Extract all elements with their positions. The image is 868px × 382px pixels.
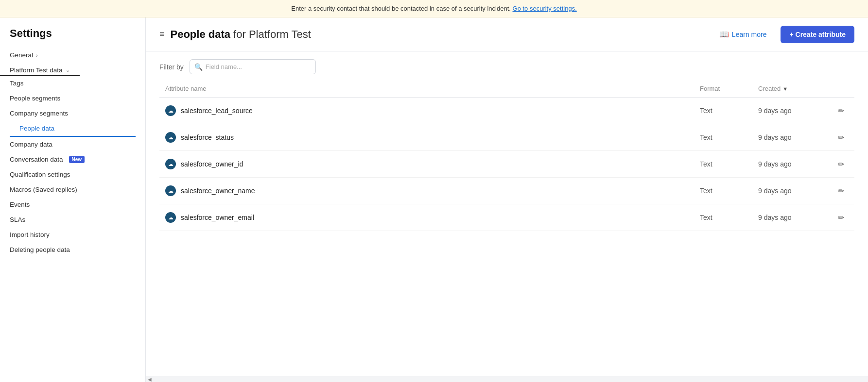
edit-icon[interactable]: ✏ <box>836 212 846 224</box>
table-row: ☁ salesforce_lead_source Text 9 days ago… <box>159 98 854 124</box>
sidebar-item-events-label: Events <box>10 201 30 208</box>
sidebar-item-platform-test-label: Platform Test data <box>10 66 63 74</box>
col-created[interactable]: Created ▼ <box>752 80 830 98</box>
table-row: ☁ salesforce_owner_id Text 9 days ago ✏ <box>159 151 854 178</box>
attr-actions: ✏ <box>830 204 854 231</box>
sidebar-item-macros[interactable]: Macros (Saved replies) <box>0 182 145 197</box>
attr-name-cell: ☁ salesforce_lead_source <box>159 98 694 124</box>
sidebar-item-slas-label: SLAs <box>10 216 25 223</box>
horizontal-scrollbar[interactable]: ◀ <box>146 376 868 382</box>
sidebar-item-tags[interactable]: Tags <box>0 76 145 91</box>
attr-name-cell: ☁ salesforce_owner_email <box>159 204 694 231</box>
attr-created: 9 days ago <box>752 124 830 151</box>
sidebar-item-company-segments-label: Company segments <box>10 110 68 117</box>
sidebar-item-general[interactable]: General › <box>0 48 145 63</box>
sidebar-item-platform-test-data[interactable]: Platform Test data ⌄ <box>0 63 80 76</box>
sidebar-item-company-segments[interactable]: Company segments <box>0 106 145 121</box>
attr-name-cell: ☁ salesforce_owner_id <box>159 151 694 178</box>
sidebar-item-general-label: General <box>10 51 33 59</box>
header-right: 📖 Learn more + Create attribute <box>711 25 854 43</box>
title-bold: People data <box>171 28 230 40</box>
salesforce-cloud-icon: ☁ <box>165 159 176 169</box>
attr-name-cell: ☁ salesforce_status <box>159 124 694 151</box>
sidebar-item-company-data-label: Company data <box>10 141 52 148</box>
sidebar-item-import-history-label: Import history <box>10 231 50 238</box>
banner-text: Enter a security contact that should be … <box>291 5 511 12</box>
table-row: ☁ salesforce_status Text 9 days ago ✏ <box>159 124 854 151</box>
main-header: ≡ People data for Platform Test 📖 Learn … <box>146 17 868 51</box>
attr-format: Text <box>694 204 752 231</box>
attr-actions: ✏ <box>830 151 854 178</box>
attr-name: salesforce_status <box>181 133 234 141</box>
col-attribute-name: Attribute name <box>159 80 694 98</box>
sidebar-item-people-segments[interactable]: People segments <box>0 91 145 106</box>
attr-name: salesforce_owner_email <box>181 214 254 221</box>
sidebar-item-qualification-settings-label: Qualification settings <box>10 171 70 178</box>
sidebar-item-import-history[interactable]: Import history <box>0 227 145 242</box>
attr-format: Text <box>694 124 752 151</box>
attr-created: 9 days ago <box>752 98 830 124</box>
attributes-table-wrapper: Attribute name Format Created ▼ <box>146 80 868 376</box>
header-left: ≡ People data for Platform Test <box>159 28 311 41</box>
sidebar-item-qualification-settings[interactable]: Qualification settings <box>0 167 145 182</box>
filter-input[interactable] <box>190 59 316 74</box>
filter-label: Filter by <box>159 63 184 71</box>
sidebar-item-events[interactable]: Events <box>0 197 145 212</box>
security-banner: Enter a security contact that should be … <box>0 0 868 17</box>
attr-actions: ✏ <box>830 124 854 151</box>
book-icon: 📖 <box>719 30 729 39</box>
sidebar-item-company-data[interactable]: Company data <box>0 137 145 152</box>
menu-icon[interactable]: ≡ <box>159 29 165 39</box>
edit-icon[interactable]: ✏ <box>836 158 846 170</box>
new-badge: New <box>69 156 85 163</box>
table-row: ☁ salesforce_owner_name Text 9 days ago … <box>159 178 854 204</box>
sort-icon: ▼ <box>782 86 788 92</box>
salesforce-cloud-icon: ☁ <box>165 132 176 143</box>
edit-icon[interactable]: ✏ <box>836 132 846 144</box>
attr-format: Text <box>694 151 752 178</box>
filter-input-wrapper: 🔍 <box>190 59 316 74</box>
sidebar-item-people-segments-label: People segments <box>10 95 60 102</box>
attr-actions: ✏ <box>830 178 854 204</box>
attr-created: 9 days ago <box>752 151 830 178</box>
attr-created: 9 days ago <box>752 204 830 231</box>
attr-name: salesforce_owner_name <box>181 187 255 195</box>
sidebar-item-conversation-data-label: Conversation data <box>10 156 63 163</box>
edit-icon[interactable]: ✏ <box>836 185 846 197</box>
sidebar-item-deleting-people-label: Deleting people data <box>10 246 70 253</box>
col-actions <box>830 80 854 98</box>
scroll-left-arrow[interactable]: ◀ <box>148 377 152 382</box>
sidebar-item-tags-label: Tags <box>10 80 24 87</box>
chevron-right-icon: › <box>36 52 38 58</box>
col-format: Format <box>694 80 752 98</box>
attributes-table: Attribute name Format Created ▼ <box>159 80 854 231</box>
create-attribute-button[interactable]: + Create attribute <box>781 26 854 43</box>
edit-icon[interactable]: ✏ <box>836 105 846 117</box>
sidebar-item-deleting-people[interactable]: Deleting people data <box>0 242 145 257</box>
table-row: ☁ salesforce_owner_email Text 9 days ago… <box>159 204 854 231</box>
create-btn-label: + Create attribute <box>789 31 846 38</box>
title-normal: for Platform Test <box>230 28 311 40</box>
search-icon: 🔍 <box>194 63 203 71</box>
filter-bar: Filter by 🔍 <box>146 51 868 80</box>
sidebar-item-macros-label: Macros (Saved replies) <box>10 186 77 193</box>
salesforce-cloud-icon: ☁ <box>165 212 176 223</box>
security-settings-link[interactable]: Go to security settings. <box>513 5 577 12</box>
main-content: ≡ People data for Platform Test 📖 Learn … <box>146 17 868 382</box>
attr-created: 9 days ago <box>752 178 830 204</box>
learn-more-label: Learn more <box>732 31 767 38</box>
sidebar-item-slas[interactable]: SLAs <box>0 212 145 227</box>
sidebar-item-conversation-data[interactable]: Conversation data New <box>0 152 145 167</box>
learn-more-button[interactable]: 📖 Learn more <box>711 25 775 43</box>
attr-name: salesforce_lead_source <box>181 107 253 115</box>
sidebar: Settings General › Platform Test data ⌄ … <box>0 17 146 382</box>
salesforce-cloud-icon: ☁ <box>165 105 176 116</box>
sidebar-title: Settings <box>0 27 145 48</box>
attr-format: Text <box>694 178 752 204</box>
attr-format: Text <box>694 98 752 124</box>
sidebar-item-people-data-label: People data <box>19 125 54 132</box>
sidebar-item-people-data[interactable]: People data <box>10 121 136 137</box>
chevron-down-icon: ⌄ <box>66 67 70 73</box>
attr-name: salesforce_owner_id <box>181 160 243 168</box>
salesforce-cloud-icon: ☁ <box>165 185 176 196</box>
